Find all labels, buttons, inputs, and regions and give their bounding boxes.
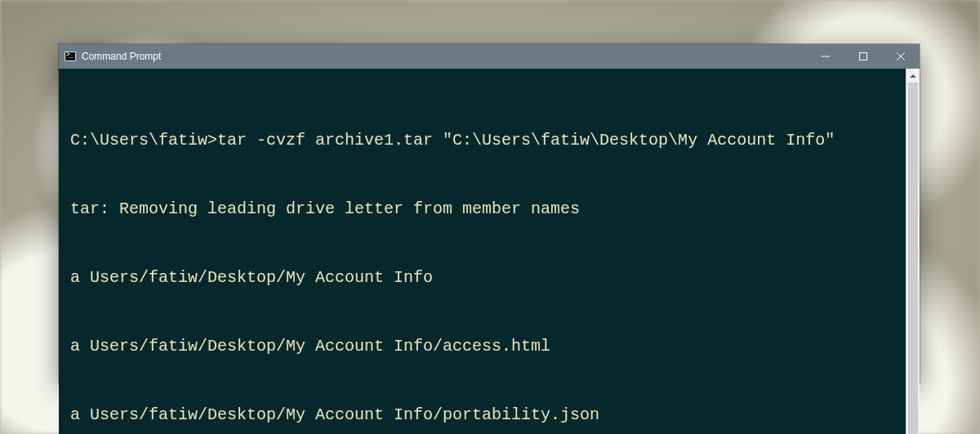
app-icon-wrap xyxy=(59,44,82,69)
svg-marker-4 xyxy=(910,74,916,78)
maximize-button[interactable] xyxy=(844,44,882,69)
vertical-scrollbar[interactable] xyxy=(906,69,920,434)
window-title: Command Prompt xyxy=(82,51,161,62)
command-prompt-window: Command Prompt C:\Users\fatiw>tar -cvzf … xyxy=(59,44,920,383)
terminal-line: a Users/fatiw/Desktop/My Account Info/ac… xyxy=(70,335,896,358)
terminal-output-area[interactable]: C:\Users\fatiw>tar -cvzf archive1.tar "C… xyxy=(59,69,906,434)
close-button[interactable] xyxy=(882,44,920,69)
command-prompt-icon xyxy=(65,51,76,61)
prompt-text: C:\Users\fatiw> xyxy=(70,131,217,150)
terminal-line: tar: Removing leading drive letter from … xyxy=(70,198,896,221)
window-client-area: C:\Users\fatiw>tar -cvzf archive1.tar "C… xyxy=(59,69,920,434)
terminal-line: a Users/fatiw/Desktop/My Account Info xyxy=(70,266,896,289)
command-text: tar -cvzf archive1.tar "C:\Users\fatiw\D… xyxy=(217,131,835,150)
maximize-icon xyxy=(859,52,867,60)
minimize-icon xyxy=(822,52,830,60)
scrollbar-thumb[interactable] xyxy=(908,83,918,434)
svg-rect-1 xyxy=(860,53,867,60)
window-controls xyxy=(807,44,920,69)
terminal-line: C:\Users\fatiw>tar -cvzf archive1.tar "C… xyxy=(70,129,896,152)
scrollbar-track[interactable] xyxy=(906,83,920,434)
scroll-up-button[interactable] xyxy=(906,69,920,83)
titlebar[interactable]: Command Prompt xyxy=(59,44,920,69)
close-icon xyxy=(897,52,905,60)
terminal-line: a Users/fatiw/Desktop/My Account Info/po… xyxy=(70,404,896,427)
chevron-up-icon xyxy=(910,73,916,79)
minimize-button[interactable] xyxy=(807,44,844,69)
